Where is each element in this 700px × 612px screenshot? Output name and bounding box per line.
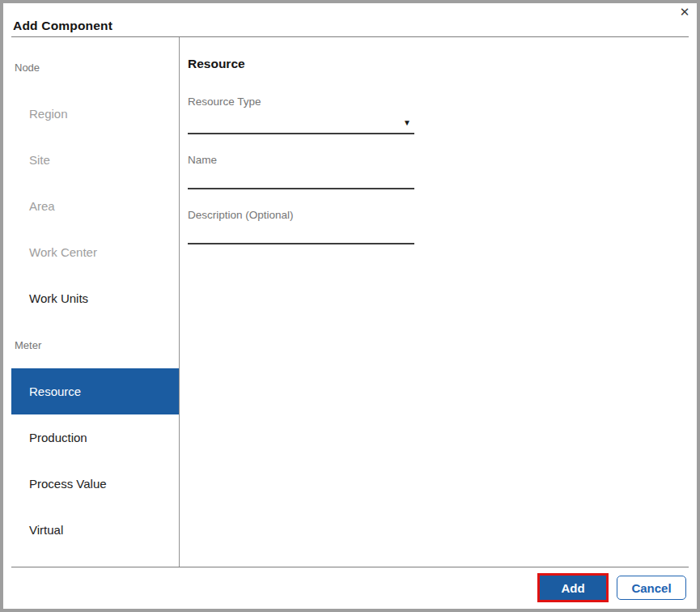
resource-type-label: Resource Type [188, 96, 414, 108]
sidebar-item-site: Site [11, 137, 179, 183]
name-field: Name [188, 154, 414, 189]
sidebar-item-area: Area [11, 183, 179, 229]
sidebar-item-label: Process Value [29, 477, 107, 491]
sidebar-item-region: Region [11, 91, 179, 137]
footer-divider [11, 567, 689, 567]
resource-form-panel: Resource Resource Type ▼ Name Descriptio… [188, 37, 431, 264]
sidebar-item-label: Resource [29, 385, 81, 398]
sidebar-item-process-value[interactable]: Process Value [11, 461, 179, 507]
add-component-dialog: Add Component ✕ Node Region Site Area Wo… [0, 0, 700, 612]
sidebar: Node Region Site Area Work Center Work U… [11, 37, 179, 553]
resource-type-field: Resource Type ▼ [188, 96, 414, 134]
sidebar-item-production[interactable]: Production [11, 414, 179, 461]
chevron-down-icon[interactable]: ▼ [403, 119, 411, 127]
resource-type-select[interactable]: ▼ [188, 108, 414, 134]
sidebar-item-label: Work Units [29, 291, 88, 305]
sidebar-item-resource[interactable]: Resource [11, 368, 179, 414]
sidebar-section-label-node: Node [15, 62, 179, 74]
cancel-button[interactable]: Cancel [617, 576, 686, 600]
form-fields: Resource Type ▼ Name Description (Option… [188, 96, 431, 244]
sidebar-section-label-meter: Meter [15, 339, 179, 352]
sidebar-item-label: Work Center [29, 245, 97, 259]
name-label: Name [188, 154, 414, 167]
name-input[interactable] [188, 167, 414, 189]
sidebar-item-label: Site [29, 153, 50, 167]
form-heading: Resource [188, 57, 431, 71]
sidebar-item-virtual[interactable]: Virtual [11, 507, 179, 553]
sidebar-item-label: Region [29, 107, 68, 121]
description-field: Description (Optional) [188, 209, 414, 244]
sidebar-item-label: Production [29, 431, 87, 444]
description-input[interactable] [188, 222, 414, 244]
dialog-footer: Add Cancel [540, 576, 686, 600]
sidebar-divider [179, 37, 180, 567]
description-label: Description (Optional) [188, 209, 414, 222]
sidebar-item-work-center: Work Center [11, 229, 179, 275]
close-icon[interactable]: ✕ [676, 3, 694, 21]
sidebar-item-label: Area [29, 199, 55, 213]
dialog-title: Add Component [13, 19, 112, 33]
add-button[interactable]: Add [540, 576, 606, 600]
sidebar-item-work-units[interactable]: Work Units [11, 275, 179, 321]
sidebar-item-label: Virtual [29, 523, 63, 537]
